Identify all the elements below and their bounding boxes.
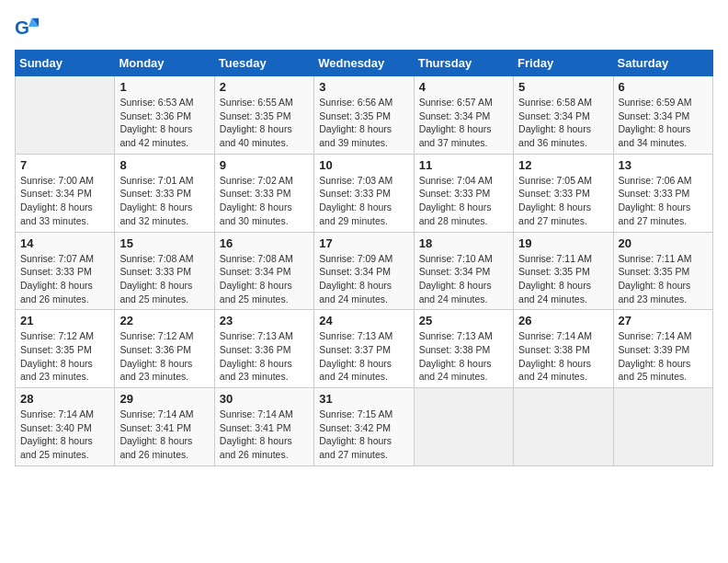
- day-number: 10: [319, 158, 408, 172]
- weekday-header-sunday: Sunday: [16, 51, 115, 76]
- day-number: 18: [419, 236, 508, 250]
- day-info: Sunrise: 7:08 AMSunset: 3:33 PMDaylight:…: [119, 252, 209, 306]
- calendar-table: SundayMondayTuesdayWednesdayThursdayFrid…: [15, 50, 713, 466]
- calendar-cell: 11Sunrise: 7:04 AMSunset: 3:33 PMDayligh…: [414, 154, 513, 232]
- calendar-cell: 10Sunrise: 7:03 AMSunset: 3:33 PMDayligh…: [314, 154, 414, 232]
- calendar-cell: 24Sunrise: 7:13 AMSunset: 3:37 PMDayligh…: [314, 310, 414, 388]
- day-info: Sunrise: 6:55 AMSunset: 3:35 PMDaylight:…: [220, 96, 309, 150]
- calendar-cell: 17Sunrise: 7:09 AMSunset: 3:34 PMDayligh…: [314, 232, 414, 310]
- calendar-header-row: SundayMondayTuesdayWednesdayThursdayFrid…: [16, 51, 713, 76]
- calendar-cell: 19Sunrise: 7:11 AMSunset: 3:35 PMDayligh…: [514, 232, 613, 310]
- day-number: 21: [20, 314, 109, 327]
- day-number: 24: [319, 314, 408, 327]
- calendar-cell: [16, 76, 115, 155]
- day-info: Sunrise: 7:13 AMSunset: 3:36 PMDaylight:…: [220, 329, 309, 384]
- day-number: 11: [419, 158, 508, 172]
- calendar-cell: 4Sunrise: 6:57 AMSunset: 3:34 PMDaylight…: [414, 76, 513, 155]
- day-info: Sunrise: 6:59 AMSunset: 3:34 PMDaylight:…: [619, 96, 708, 150]
- calendar-cell: 2Sunrise: 6:55 AMSunset: 3:35 PMDaylight…: [214, 76, 313, 155]
- calendar-cell: [613, 388, 712, 466]
- svg-text:G: G: [15, 17, 29, 38]
- day-info: Sunrise: 6:57 AMSunset: 3:34 PMDaylight:…: [419, 96, 508, 150]
- calendar-week-row: 21Sunrise: 7:12 AMSunset: 3:35 PMDayligh…: [16, 310, 713, 388]
- day-number: 12: [518, 158, 608, 172]
- calendar-cell: 16Sunrise: 7:08 AMSunset: 3:34 PMDayligh…: [214, 232, 313, 310]
- day-info: Sunrise: 7:15 AMSunset: 3:42 PMDaylight:…: [319, 408, 408, 462]
- calendar-cell: 13Sunrise: 7:06 AMSunset: 3:33 PMDayligh…: [613, 154, 712, 232]
- day-number: 25: [419, 314, 508, 327]
- day-number: 4: [419, 80, 508, 94]
- day-info: Sunrise: 7:03 AMSunset: 3:33 PMDaylight:…: [319, 174, 408, 228]
- weekday-header-friday: Friday: [514, 51, 613, 76]
- day-number: 13: [619, 158, 708, 172]
- day-info: Sunrise: 7:06 AMSunset: 3:33 PMDaylight:…: [619, 174, 708, 228]
- day-number: 22: [119, 314, 209, 327]
- calendar-cell: 18Sunrise: 7:10 AMSunset: 3:34 PMDayligh…: [414, 232, 513, 310]
- calendar-cell: 5Sunrise: 6:58 AMSunset: 3:34 PMDaylight…: [514, 76, 613, 155]
- calendar-cell: 7Sunrise: 7:00 AMSunset: 3:34 PMDaylight…: [16, 154, 115, 232]
- weekday-header-saturday: Saturday: [613, 51, 712, 76]
- day-number: 26: [518, 314, 608, 327]
- calendar-cell: 29Sunrise: 7:14 AMSunset: 3:41 PMDayligh…: [115, 388, 214, 466]
- calendar-cell: 21Sunrise: 7:12 AMSunset: 3:35 PMDayligh…: [16, 310, 115, 388]
- day-number: 30: [220, 392, 309, 406]
- day-info: Sunrise: 7:04 AMSunset: 3:33 PMDaylight:…: [419, 174, 508, 228]
- day-info: Sunrise: 7:14 AMSunset: 3:40 PMDaylight:…: [20, 408, 109, 462]
- calendar-cell: 14Sunrise: 7:07 AMSunset: 3:33 PMDayligh…: [16, 232, 115, 310]
- day-info: Sunrise: 6:56 AMSunset: 3:35 PMDaylight:…: [319, 96, 408, 150]
- day-number: 20: [619, 236, 708, 250]
- day-info: Sunrise: 7:05 AMSunset: 3:33 PMDaylight:…: [518, 174, 608, 228]
- day-info: Sunrise: 7:01 AMSunset: 3:33 PMDaylight:…: [119, 174, 209, 228]
- day-info: Sunrise: 7:13 AMSunset: 3:38 PMDaylight:…: [419, 329, 508, 384]
- calendar-week-row: 1Sunrise: 6:53 AMSunset: 3:36 PMDaylight…: [16, 76, 713, 155]
- day-number: 9: [220, 158, 309, 172]
- calendar-cell: 27Sunrise: 7:14 AMSunset: 3:39 PMDayligh…: [613, 310, 712, 388]
- day-info: Sunrise: 7:10 AMSunset: 3:34 PMDaylight:…: [419, 252, 508, 306]
- calendar-cell: [514, 388, 613, 466]
- calendar-cell: 23Sunrise: 7:13 AMSunset: 3:36 PMDayligh…: [214, 310, 313, 388]
- day-number: 15: [119, 236, 209, 250]
- day-number: 2: [220, 80, 309, 94]
- day-info: Sunrise: 7:14 AMSunset: 3:38 PMDaylight:…: [518, 329, 608, 384]
- day-number: 29: [119, 392, 209, 406]
- day-info: Sunrise: 7:14 AMSunset: 3:41 PMDaylight:…: [220, 408, 309, 462]
- weekday-header-wednesday: Wednesday: [314, 51, 414, 76]
- calendar-cell: 28Sunrise: 7:14 AMSunset: 3:40 PMDayligh…: [16, 388, 115, 466]
- day-info: Sunrise: 7:12 AMSunset: 3:35 PMDaylight:…: [20, 329, 109, 384]
- calendar-cell: 20Sunrise: 7:11 AMSunset: 3:35 PMDayligh…: [613, 232, 712, 310]
- calendar-week-row: 28Sunrise: 7:14 AMSunset: 3:40 PMDayligh…: [16, 388, 713, 466]
- day-number: 28: [20, 392, 109, 406]
- day-number: 6: [619, 80, 708, 94]
- page-header: G: [15, 15, 713, 40]
- day-number: 14: [20, 236, 109, 250]
- calendar-cell: 15Sunrise: 7:08 AMSunset: 3:33 PMDayligh…: [115, 232, 214, 310]
- day-info: Sunrise: 7:09 AMSunset: 3:34 PMDaylight:…: [319, 252, 408, 306]
- calendar-cell: 9Sunrise: 7:02 AMSunset: 3:33 PMDaylight…: [214, 154, 313, 232]
- calendar-cell: 26Sunrise: 7:14 AMSunset: 3:38 PMDayligh…: [514, 310, 613, 388]
- day-info: Sunrise: 7:08 AMSunset: 3:34 PMDaylight:…: [220, 252, 309, 306]
- calendar-cell: [414, 388, 513, 466]
- day-info: Sunrise: 7:11 AMSunset: 3:35 PMDaylight:…: [619, 252, 708, 306]
- day-info: Sunrise: 6:58 AMSunset: 3:34 PMDaylight:…: [518, 96, 608, 150]
- day-number: 31: [319, 392, 408, 406]
- day-info: Sunrise: 7:12 AMSunset: 3:36 PMDaylight:…: [119, 329, 209, 384]
- day-info: Sunrise: 7:07 AMSunset: 3:33 PMDaylight:…: [20, 252, 109, 306]
- weekday-header-tuesday: Tuesday: [214, 51, 313, 76]
- calendar-cell: 31Sunrise: 7:15 AMSunset: 3:42 PMDayligh…: [314, 388, 414, 466]
- day-number: 16: [220, 236, 309, 250]
- day-info: Sunrise: 7:00 AMSunset: 3:34 PMDaylight:…: [20, 174, 109, 228]
- day-info: Sunrise: 7:13 AMSunset: 3:37 PMDaylight:…: [319, 329, 408, 384]
- weekday-header-monday: Monday: [115, 51, 214, 76]
- day-info: Sunrise: 7:02 AMSunset: 3:33 PMDaylight:…: [220, 174, 309, 228]
- logo: G: [15, 15, 44, 40]
- calendar-cell: 6Sunrise: 6:59 AMSunset: 3:34 PMDaylight…: [613, 76, 712, 155]
- day-number: 19: [518, 236, 608, 250]
- day-number: 8: [119, 158, 209, 172]
- day-info: Sunrise: 7:11 AMSunset: 3:35 PMDaylight:…: [518, 252, 608, 306]
- calendar-cell: 8Sunrise: 7:01 AMSunset: 3:33 PMDaylight…: [115, 154, 214, 232]
- calendar-week-row: 14Sunrise: 7:07 AMSunset: 3:33 PMDayligh…: [16, 232, 713, 310]
- calendar-week-row: 7Sunrise: 7:00 AMSunset: 3:34 PMDaylight…: [16, 154, 713, 232]
- day-number: 5: [518, 80, 608, 94]
- day-number: 7: [20, 158, 109, 172]
- weekday-header-thursday: Thursday: [414, 51, 513, 76]
